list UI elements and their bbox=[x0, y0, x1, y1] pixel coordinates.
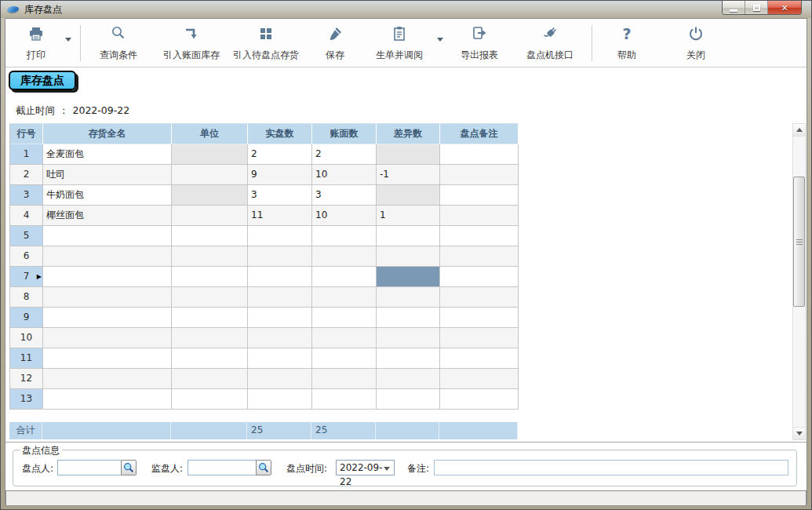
cell-name[interactable] bbox=[43, 267, 172, 287]
cell-actual[interactable] bbox=[248, 267, 312, 287]
generate-dropdown-arrow[interactable] bbox=[437, 38, 443, 42]
minimize-button[interactable] bbox=[723, 1, 745, 15]
cell-book[interactable] bbox=[312, 328, 377, 348]
cell-note[interactable] bbox=[440, 369, 519, 389]
title-bar[interactable]: 库存盘点 ✕ bbox=[1, 1, 811, 18]
cell-unit[interactable] bbox=[172, 165, 248, 185]
cell-actual[interactable] bbox=[248, 348, 312, 369]
cell-book[interactable] bbox=[312, 246, 377, 267]
cell-actual[interactable]: 9 bbox=[248, 165, 312, 185]
cell-note[interactable] bbox=[440, 206, 519, 226]
cell-name[interactable] bbox=[43, 246, 172, 267]
cell-diff[interactable] bbox=[377, 348, 440, 369]
cell-name[interactable] bbox=[43, 348, 172, 369]
cell-note[interactable] bbox=[440, 308, 519, 328]
import-pending-stock-button[interactable]: 引入待盘点存货 bbox=[228, 24, 304, 64]
cell-book[interactable] bbox=[312, 348, 377, 369]
vertical-scrollbar[interactable] bbox=[792, 123, 806, 440]
cell-name[interactable] bbox=[43, 328, 172, 348]
cell-actual[interactable] bbox=[248, 389, 312, 410]
cell-note[interactable] bbox=[440, 246, 519, 267]
scrollbar-thumb[interactable] bbox=[793, 177, 805, 307]
cell-actual[interactable]: 2 bbox=[248, 144, 312, 165]
cell-diff[interactable] bbox=[377, 185, 440, 206]
close-tool-button[interactable]: 关闭 bbox=[671, 24, 721, 64]
row-number-cell[interactable]: 13 bbox=[10, 389, 43, 410]
generate-document-button[interactable]: 生单并调阅 bbox=[365, 24, 434, 64]
import-book-inventory-button[interactable]: 引入账面库存 bbox=[155, 24, 228, 64]
cell-name[interactable]: 牛奶面包 bbox=[43, 185, 172, 206]
cell-unit[interactable] bbox=[172, 144, 248, 165]
counter-lookup-button[interactable] bbox=[121, 460, 137, 475]
cell-book[interactable] bbox=[312, 267, 377, 287]
note-input[interactable] bbox=[434, 460, 788, 475]
row-number-cell[interactable]: 10 bbox=[10, 328, 43, 348]
cell-unit[interactable] bbox=[172, 246, 248, 267]
cell-diff[interactable] bbox=[377, 328, 440, 348]
cell-diff[interactable] bbox=[377, 246, 440, 267]
cell-book[interactable]: 2 bbox=[312, 144, 377, 165]
cell-diff[interactable]: -1 bbox=[377, 165, 440, 185]
cell-note[interactable] bbox=[440, 348, 519, 369]
scroll-down-button[interactable] bbox=[793, 427, 805, 439]
cell-name[interactable] bbox=[43, 226, 172, 246]
cell-name[interactable]: 椰丝面包 bbox=[43, 206, 172, 226]
cell-actual[interactable] bbox=[248, 226, 312, 246]
row-number-cell[interactable]: 2 bbox=[10, 165, 43, 185]
cell-name[interactable] bbox=[43, 369, 172, 389]
cell-book[interactable] bbox=[312, 389, 377, 410]
query-conditions-button[interactable]: 查询条件 bbox=[86, 24, 151, 64]
cell-unit[interactable] bbox=[172, 185, 248, 206]
cell-unit[interactable] bbox=[172, 328, 248, 348]
row-number-cell[interactable]: 6 bbox=[10, 246, 43, 267]
count-time-combobox[interactable]: 2022-09-22 bbox=[336, 460, 395, 475]
cell-diff[interactable] bbox=[377, 369, 440, 389]
cell-unit[interactable] bbox=[172, 287, 248, 308]
cell-book[interactable] bbox=[312, 369, 377, 389]
cell-unit[interactable] bbox=[172, 267, 248, 287]
cell-unit[interactable] bbox=[172, 308, 248, 328]
cell-actual[interactable] bbox=[248, 287, 312, 308]
cell-diff[interactable] bbox=[377, 144, 440, 165]
cell-book[interactable]: 10 bbox=[312, 206, 377, 226]
supervisor-input[interactable] bbox=[188, 460, 257, 475]
row-number-cell[interactable]: 7▶ bbox=[10, 267, 43, 287]
cell-unit[interactable] bbox=[172, 389, 248, 410]
cell-actual[interactable]: 11 bbox=[248, 206, 312, 226]
cell-actual[interactable] bbox=[248, 308, 312, 328]
cell-book[interactable] bbox=[312, 226, 377, 246]
cell-diff[interactable] bbox=[377, 226, 440, 246]
scanner-interface-button[interactable]: 盘点机接口 bbox=[515, 24, 584, 64]
cell-name[interactable] bbox=[43, 287, 172, 308]
row-number-cell[interactable]: 4 bbox=[10, 206, 43, 226]
row-number-cell[interactable]: 1 bbox=[10, 144, 43, 165]
cell-book[interactable]: 3 bbox=[312, 185, 377, 206]
cell-book[interactable] bbox=[312, 287, 377, 308]
print-button[interactable]: 打印 bbox=[13, 24, 59, 64]
cell-unit[interactable] bbox=[172, 369, 248, 389]
cell-note[interactable] bbox=[440, 287, 519, 308]
tab-inventory-count[interactable]: 库存盘点 bbox=[9, 71, 76, 90]
cell-name[interactable]: 吐司 bbox=[43, 165, 172, 185]
row-number-cell[interactable]: 5 bbox=[10, 226, 43, 246]
counter-input[interactable] bbox=[57, 460, 122, 475]
cell-note[interactable] bbox=[440, 267, 519, 287]
save-button[interactable]: 保存 bbox=[310, 24, 360, 64]
cell-diff[interactable] bbox=[377, 308, 440, 328]
maximize-button[interactable] bbox=[745, 1, 768, 15]
cell-name[interactable]: 全麦面包 bbox=[43, 144, 172, 165]
row-number-cell[interactable]: 12 bbox=[10, 369, 43, 389]
cell-diff[interactable] bbox=[377, 267, 440, 287]
export-report-button[interactable]: 导出报表 bbox=[450, 24, 509, 64]
cell-note[interactable] bbox=[440, 328, 519, 348]
row-number-cell[interactable]: 8 bbox=[10, 287, 43, 308]
row-number-cell[interactable]: 3 bbox=[10, 185, 43, 206]
cell-name[interactable] bbox=[43, 389, 172, 410]
help-button[interactable]: ? 帮助 bbox=[602, 24, 652, 64]
scroll-up-button[interactable] bbox=[793, 124, 805, 137]
cell-note[interactable] bbox=[440, 389, 519, 410]
cell-actual[interactable] bbox=[248, 246, 312, 267]
cell-note[interactable] bbox=[440, 165, 519, 185]
cell-note[interactable] bbox=[440, 185, 519, 206]
cell-unit[interactable] bbox=[172, 206, 248, 226]
